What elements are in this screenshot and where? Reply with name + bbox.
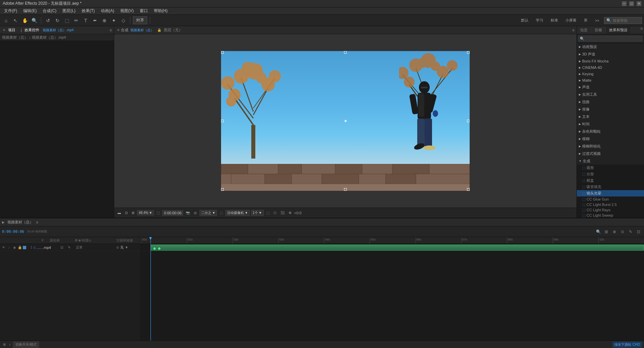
menu-window[interactable]: 窗口 (137, 7, 151, 14)
layer-solo-btn[interactable]: ◉ (12, 245, 17, 250)
category-transition-header[interactable]: ▶ 过渡式视频 (577, 150, 644, 157)
handle-mid-left[interactable] (221, 120, 224, 122)
category-matte-header[interactable]: ▶ Matte (577, 77, 644, 83)
handle-top-right[interactable] (467, 51, 470, 54)
category-keying2-header[interactable]: ▶ 抠像 (577, 106, 644, 113)
category-cinema4d-header[interactable]: ▶ CINEMA 4D (577, 64, 644, 71)
viewer-preview-btn[interactable]: ▬ (116, 211, 122, 215)
rotate-right-tool[interactable]: ↻ (53, 16, 61, 25)
quality-dropdown[interactable]: 二分之 ▼ (200, 210, 217, 216)
info-tab[interactable]: 信息 (577, 26, 591, 34)
camera-dropdown[interactable]: 活动摄像机 ▼ (225, 210, 250, 216)
category-generate-header[interactable]: ▼ 生成 (577, 158, 644, 165)
close-button[interactable]: ✕ (637, 1, 641, 6)
tl-audio-btn[interactable]: ♪ (8, 343, 12, 346)
effect-cc-light-sweep[interactable]: ⬚ CC Light Sweep (577, 213, 644, 218)
category-blur-sharpen-header[interactable]: ▶ 模糊和锐化 (577, 143, 644, 150)
handle-bottom-left[interactable] (221, 188, 224, 191)
workspace-more[interactable]: >> (592, 18, 602, 23)
category-utility-header[interactable]: ▶ 实用工具 (577, 91, 644, 98)
menu-file[interactable]: 文件(F) (1, 7, 20, 14)
effects-controls-tab[interactable]: 效果控件 (23, 28, 41, 33)
restore-button[interactable]: □ (629, 1, 634, 6)
tl-btn4[interactable]: ✎ (627, 228, 634, 235)
menu-effects[interactable]: 效果(T) (79, 7, 97, 14)
tl-btn1[interactable]: ⊞ (603, 228, 610, 235)
shape-tool[interactable]: ◇ (119, 16, 127, 25)
viewer-color2[interactable]: ⬡ (272, 211, 278, 215)
handle-bottom-mid[interactable] (344, 188, 347, 191)
effect-cc-glue-gun[interactable]: ⬚ CC Glue Gun (577, 197, 644, 202)
effect-cc-light-rays[interactable]: ⬚ CC Light Rays (577, 207, 644, 213)
menu-animation[interactable]: 动画(A) (98, 7, 117, 14)
category-3d-header[interactable]: ▶ 3D 声道 (577, 51, 644, 58)
menu-layer[interactable]: 图层(L) (60, 7, 78, 14)
category-keying-header[interactable]: ▶ Keying (577, 71, 644, 77)
project-tab[interactable]: 项目 (7, 28, 17, 33)
toggle-switches-mode-button[interactable]: 切换开关/模式 (13, 342, 39, 348)
category-distort-header[interactable]: ▶ 扭曲 (577, 98, 644, 105)
parent-dropdown-arrow[interactable]: ▼ (125, 246, 128, 249)
track-clip-1[interactable] (151, 245, 644, 251)
effects-search-input[interactable] (578, 36, 643, 42)
layer-visibility-btn[interactable]: 👁 (1, 245, 6, 250)
workspace-library[interactable]: 库 (581, 17, 590, 24)
tl-btn5[interactable]: ⊡ (635, 228, 642, 235)
graph-tool[interactable]: ⬚ (63, 16, 71, 25)
viewer-color1[interactable]: ⬚ (265, 211, 271, 215)
viewer-3d[interactable]: ⚙ (287, 211, 293, 215)
workspace-learn[interactable]: 学习 (533, 17, 546, 24)
viewer-tab-comp[interactable]: 合成 (121, 28, 128, 33)
effect-cc-light-burst[interactable]: ⬚ CC Light Burst 2.5 (577, 202, 644, 207)
tl-btn3[interactable]: ⊙ (619, 228, 626, 235)
help-search-input[interactable] (613, 18, 640, 23)
home-tool[interactable]: ⌂ (2, 16, 10, 25)
layer-audio-btn[interactable]: ♪ (7, 245, 11, 250)
audio-tab[interactable]: 音频 (591, 26, 606, 34)
clone-tool[interactable]: ⊕ (100, 16, 109, 25)
tl-expand-all[interactable]: ⊞ (2, 343, 7, 346)
rotate-left-tool[interactable]: ↺ (44, 16, 52, 25)
menu-edit[interactable]: 编辑(E) (20, 7, 39, 14)
hand-tool[interactable]: ✋ (21, 16, 29, 25)
select-tool[interactable]: ↖ (11, 16, 19, 25)
effects-presets-tab[interactable]: 效果和预设 (606, 26, 631, 34)
align-button[interactable]: 对齐 (133, 16, 147, 24)
layer-lock-btn[interactable]: 🔒 (17, 245, 22, 250)
viewer-motion-blur[interactable]: ◎ (192, 211, 198, 215)
timeline-menu-icon[interactable]: ≡ (36, 220, 38, 225)
brush-tool[interactable]: ✏ (72, 16, 80, 25)
category-boris-header[interactable]: ▶ Boris FX Mocha (577, 58, 644, 64)
category-audio-header[interactable]: ▶ 声道 (577, 84, 644, 91)
handle-top-mid[interactable] (344, 51, 347, 54)
viewer-panel-menu[interactable]: ≡ (572, 28, 574, 33)
zoom-tool[interactable]: 🔍 (30, 16, 38, 25)
effects-panel-menu[interactable]: ≡ (639, 26, 644, 34)
menu-view[interactable]: 视图(V) (118, 7, 136, 14)
viewer-grid-btn[interactable]: ⊞ (130, 211, 136, 215)
effect-circle[interactable]: ⬚ 圆形 (577, 165, 644, 171)
category-time-header[interactable]: ▶ 时间 (577, 121, 644, 128)
viewer-safe-btn[interactable]: ⊡ (124, 211, 129, 215)
handle-bottom-right[interactable] (467, 188, 470, 191)
zoom-dropdown[interactable]: 49.4% ▼ (137, 210, 154, 215)
workspace-small[interactable]: 小屏幕 (563, 17, 579, 24)
effect-eyedropper[interactable]: ⬚ 吸管填充 (577, 184, 644, 190)
effect-lens-flare[interactable]: ⬚ 镜头光晕 (577, 190, 644, 197)
pen-tool[interactable]: ✒ (91, 16, 99, 25)
viewer-close[interactable]: ✕ (117, 28, 120, 32)
tl-expand-icon[interactable]: ▶ (2, 220, 5, 224)
handle-mid-right[interactable] (467, 120, 470, 122)
left-panel-menu[interactable]: ≡ (110, 28, 112, 33)
project-panel-close[interactable]: ✕ (3, 28, 5, 32)
menu-help[interactable]: 帮助(H) (151, 7, 170, 14)
workspace-standard[interactable]: 标准 (548, 17, 561, 24)
viewer-camera-icon[interactable]: 📷 (184, 211, 191, 215)
workspace-default[interactable]: 默认 (518, 17, 531, 24)
category-noise-header[interactable]: ▶ 杂色和颗粒 (577, 128, 644, 135)
menu-composition[interactable]: 合成(C) (40, 7, 59, 14)
puppet-tool[interactable]: ✦ (110, 16, 118, 25)
channels-dropdown[interactable]: 1个 ▼ (251, 210, 263, 216)
viewer-bg[interactable]: ⬛ (279, 211, 286, 215)
tl-search-btn[interactable]: 🔍 (595, 228, 602, 235)
